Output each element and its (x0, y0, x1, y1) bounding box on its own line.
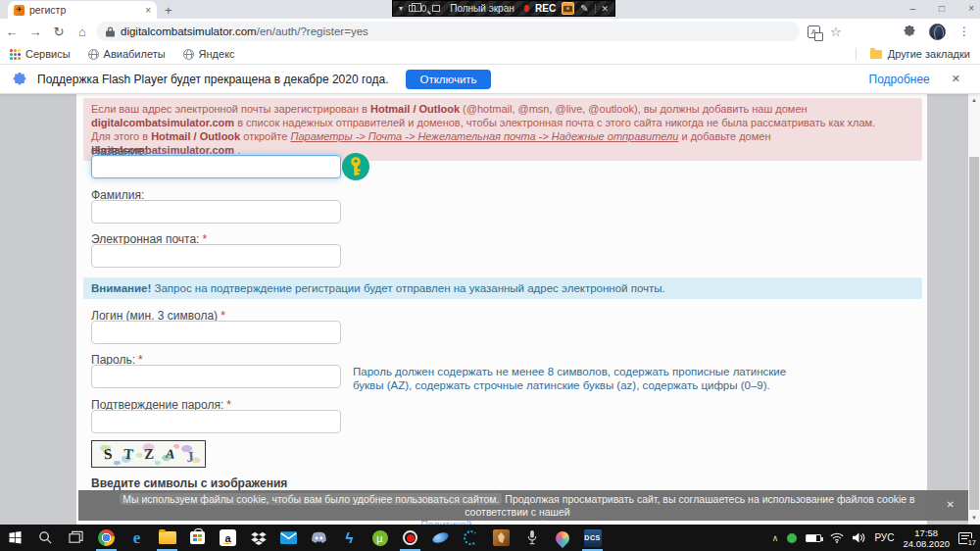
bookmarks-bar: Сервисы Авиабилеты Яндекс Другие закладк… (0, 44, 980, 65)
flash-notification-bar: Поддержка Flash Player будет прекращена … (0, 65, 980, 94)
cookie-banner: Мы используем файлы cookie, чтобы вам бы… (78, 490, 968, 521)
cookie-close-icon[interactable]: ✕ (947, 498, 955, 511)
flash-puzzle-icon (12, 72, 27, 87)
flash-close-icon[interactable]: ✕ (952, 73, 960, 85)
password-input[interactable] (91, 365, 341, 388)
password-manager-key-icon[interactable] (341, 152, 370, 181)
window-close-button[interactable]: × (968, 3, 974, 14)
lock-icon (106, 26, 115, 37)
recorder-menu-caret-icon[interactable]: ▾ (399, 4, 403, 13)
flash-message: Поддержка Flash Player будет прекращена … (37, 73, 388, 86)
tray-date: 24.08.2020 (903, 538, 950, 549)
scrollbar-down-arrow[interactable]: ▼ (968, 512, 980, 525)
folder-icon (870, 50, 882, 59)
page-scrollbar[interactable]: ▲ ▼ (968, 94, 980, 525)
surname-input[interactable] (91, 200, 341, 224)
url-domain: digitalcombatsimulator.com (121, 25, 257, 37)
file-explorer-icon[interactable] (152, 525, 182, 551)
rec-label: REC (535, 3, 556, 14)
site-favicon-icon: ✈ (14, 5, 24, 16)
browser-tab[interactable]: ✈ регистр × (8, 1, 157, 19)
captcha-image: S T Z A J (91, 440, 206, 468)
forward-button[interactable]: → (24, 25, 47, 39)
amazon-icon[interactable]: a (213, 525, 243, 551)
bookmark-services[interactable]: Сервисы (10, 48, 71, 60)
password-hint: Пароль должен содержать не менее 8 симво… (353, 365, 811, 392)
taskbar-search-button[interactable] (30, 525, 61, 551)
new-tab-button[interactable]: + (165, 3, 172, 18)
screen-recorder-icon[interactable] (395, 525, 425, 551)
address-bar[interactable]: digitalcombatsimulator.com/en/auth/?regi… (96, 22, 800, 41)
home-button[interactable]: ⌂ (71, 25, 94, 39)
mail-icon[interactable] (273, 525, 304, 551)
tab-close-icon[interactable]: × (145, 5, 151, 16)
microphone-app-icon[interactable] (516, 525, 547, 551)
recorder-region-icon[interactable] (432, 5, 440, 12)
hotmail-warning-alert: Если ваш адрес электронной почты зарегис… (83, 98, 922, 161)
language-indicator[interactable]: РУС (874, 532, 894, 543)
confirm-password-input[interactable] (91, 410, 341, 433)
flash-details-link[interactable]: Подробнее (869, 73, 930, 86)
paint-app-icon[interactable] (547, 525, 577, 551)
registration-notice: Внимание! Запрос на подтверждение регист… (83, 277, 922, 299)
minimize-button[interactable]: – (910, 3, 916, 14)
bookmark-yandex[interactable]: Яндекс (183, 48, 235, 60)
chrome-icon[interactable] (91, 525, 122, 551)
lightning-app-icon[interactable]: ϟ (334, 525, 365, 551)
windows-taskbar: e a ϟ µ DCS ∧ РУС (0, 525, 980, 551)
recorder-magnifier-icon[interactable] (421, 5, 427, 12)
browser-menu-icon[interactable]: ⋮ (958, 25, 970, 38)
settings-path-link[interactable]: Параметры -> Почта -> Нежелательная почт… (290, 130, 678, 142)
dcs-app-icon[interactable]: DCS (577, 525, 608, 551)
scrollbar-up-arrow[interactable]: ▲ (968, 94, 980, 107)
maximize-button[interactable]: □ (939, 3, 945, 14)
cleaner-app-icon[interactable] (456, 525, 486, 551)
recording-indicator-icon (524, 5, 529, 12)
utorrent-icon[interactable]: µ (365, 525, 395, 551)
battery-icon[interactable] (806, 534, 821, 542)
recorder-mode-label: Полный экран (450, 3, 514, 14)
screen-recorder-toolbar: ▾ Полный экран REC ✎ ✕ (392, 0, 615, 17)
notification-badge: 17 (967, 538, 977, 547)
other-bookmarks-button[interactable]: Другие закладки (856, 48, 970, 60)
url-path: /en/auth/?register=yes (257, 25, 368, 37)
globe-icon (183, 49, 194, 60)
wifi-icon[interactable] (830, 532, 844, 543)
antivirus-status-icon[interactable] (787, 533, 797, 543)
edge-icon[interactable]: e (122, 525, 152, 551)
volume-icon[interactable] (853, 532, 865, 543)
profile-avatar[interactable] (929, 24, 946, 40)
login-input[interactable] (91, 321, 341, 344)
discord-icon[interactable] (304, 525, 334, 551)
screenshot-camera-button[interactable] (562, 2, 574, 15)
bookmark-star-icon[interactable]: ☆ (830, 25, 842, 39)
tray-chevron-icon[interactable]: ∧ (772, 533, 779, 543)
start-button[interactable] (0, 525, 30, 551)
name-input[interactable] (91, 155, 341, 178)
tab-title: регистр (29, 4, 140, 16)
recorder-close-icon[interactable]: ✕ (601, 4, 609, 14)
microsoft-store-icon[interactable] (182, 525, 213, 551)
bookmark-avia[interactable]: Авиабилеты (88, 48, 166, 60)
page-viewport: Если ваш адрес электронной почты зарегис… (0, 94, 980, 525)
action-center-icon[interactable]: 17 (958, 532, 972, 544)
email-input[interactable] (91, 244, 341, 268)
system-tray: ∧ РУС 17:58 24.08.2020 17 (772, 527, 980, 549)
lens-app-icon[interactable] (425, 525, 456, 551)
disable-flash-button[interactable]: Отключить (406, 70, 490, 89)
game-app-icon[interactable] (486, 525, 516, 551)
scrollbar-thumb[interactable] (969, 157, 979, 510)
registration-form: Если ваш адрес электронной почты зарегис… (76, 94, 927, 525)
translate-icon[interactable]: A (808, 25, 820, 38)
extensions-puzzle-icon[interactable] (903, 25, 916, 38)
tray-time: 17:58 (914, 527, 938, 538)
dropbox-icon[interactable] (243, 525, 273, 551)
clock[interactable]: 17:58 24.08.2020 (903, 527, 950, 549)
reload-button[interactable]: ↻ (47, 25, 71, 39)
services-grid-icon (10, 49, 21, 60)
task-view-button[interactable] (61, 525, 91, 551)
back-button[interactable]: ← (0, 25, 24, 39)
recorder-windows-icon[interactable] (409, 5, 415, 12)
captcha-label: Введите символы с изображения (91, 476, 287, 490)
recorder-pencil-icon[interactable]: ✎ (580, 3, 588, 14)
